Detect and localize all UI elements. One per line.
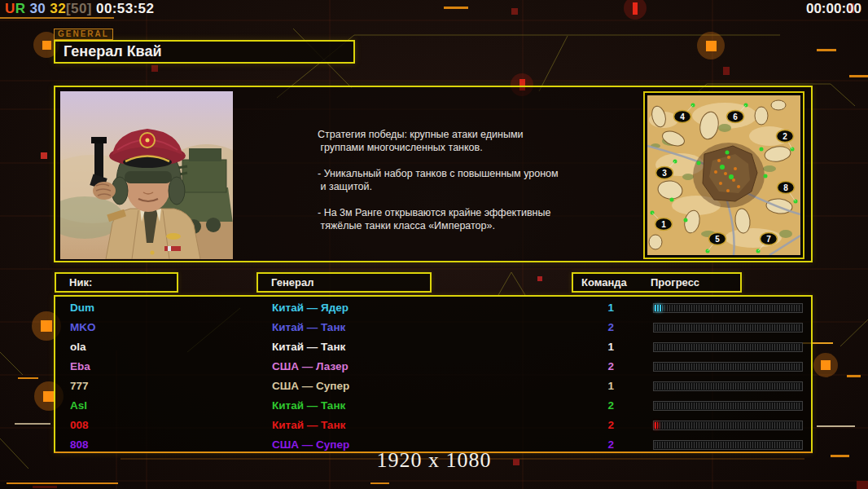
general-portrait [60,91,233,259]
player-general: Китай — Танк [272,416,345,435]
player-nick: Eba [70,357,90,377]
player-table: DumКитай — Ядер1MKOКитай — Танк2olaКитай… [54,295,813,453]
player-progress-bar [653,342,803,352]
player-general: Китай — Танк [272,396,345,416]
stat-segment: [50] [66,1,92,16]
general-info-panel: Стратегия победы: крупные атаки едиными … [54,86,813,262]
player-general: США — Лазер [272,357,349,377]
player-row: MKOКитай — Танк2 [55,318,811,337]
player-progress-bar [653,303,803,313]
player-team: 1 [594,337,614,357]
progress-ticks [655,324,801,331]
player-team: 2 [594,357,614,377]
progress-ticks [655,383,801,390]
player-team: 2 [594,396,614,416]
column-header-team-progress: Команда Прогресс [572,272,742,293]
player-row: EbaСША — Лазер2 [55,357,811,377]
player-team: 2 [594,416,614,435]
column-header-nick: Ник: [55,272,178,293]
player-nick: 008 [70,416,89,435]
stat-segment: 30 [25,1,46,16]
progress-ticks [655,363,801,370]
resolution-label: 1920 x 1080 [0,448,868,473]
svg-text:5: 5 [715,235,720,244]
player-general: Китай — Танк [272,318,345,337]
player-row: AslКитай — Танк2 [55,396,811,416]
column-header-progress: Прогресс [651,274,699,291]
player-row: 777США — Супер1 [55,377,811,396]
player-progress-bar [653,323,803,333]
match-timer: 00:00:00 [806,1,861,17]
progress-ticks [655,403,801,409]
general-tab: GENERAL [54,29,113,40]
svg-text:4: 4 [680,112,685,121]
player-team: 1 [594,377,614,396]
player-nick: 777 [70,377,89,396]
player-row: olaКитай — Танк1 [55,337,811,357]
svg-text:2: 2 [783,132,787,141]
player-nick: Dum [70,298,94,318]
player-progress-bar [653,421,803,430]
progress-fill [655,305,662,311]
svg-text:8: 8 [783,183,788,192]
player-team: 2 [594,318,614,337]
player-row: DumКитай — Ядер1 [55,298,811,318]
svg-text:1: 1 [661,220,666,229]
player-team: 1 [594,298,614,318]
stat-segment: 00:53:52 [92,1,154,16]
map-preview: 12345678 [643,91,804,259]
svg-text:7: 7 [766,235,771,244]
progress-fill [655,422,658,429]
column-header-general: Генерал [256,272,432,293]
svg-text:3: 3 [662,169,667,178]
svg-text:6: 6 [733,112,738,121]
general-description: Стратегия победы: крупные атаки едиными … [318,128,594,232]
player-row: 008Китай — Танк2 [55,416,811,435]
stat-segment: U [5,1,15,16]
progress-ticks [655,422,801,429]
player-nick: Asl [70,396,87,416]
player-list: DumКитай — Ядер1MKOКитай — Танк2olaКитай… [55,298,811,455]
progress-ticks [655,344,801,350]
stat-segment: 32 [46,1,66,16]
column-header-team: Команда [581,276,627,289]
player-progress-bar [653,401,803,411]
stat-segment: R [15,1,26,16]
general-name-title: Генерал Квай [54,40,355,64]
session-stats: UR 30 32[50] 00:53:52 [5,1,154,17]
player-nick: ola [70,337,86,357]
player-progress-bar [653,381,803,391]
player-general: Китай — Ядер [272,298,349,318]
player-general: Китай — Танк [272,337,345,357]
progress-ticks [655,442,801,448]
player-nick: MKO [70,318,96,337]
progress-ticks [655,305,801,311]
player-progress-bar [653,362,803,372]
player-general: США — Супер [272,377,349,396]
